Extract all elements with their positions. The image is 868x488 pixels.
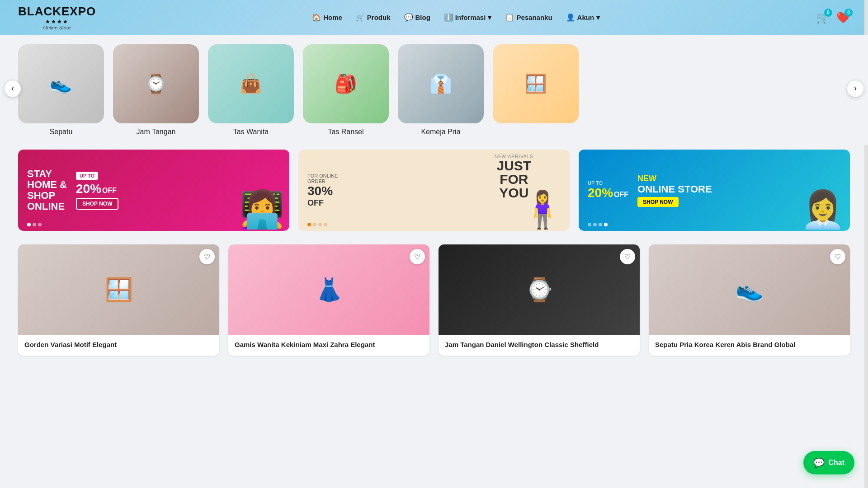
- cart-button[interactable]: 🛒 0: [816, 11, 830, 24]
- dot-b2: [313, 223, 316, 226]
- nav-blog[interactable]: 💬 Blog: [404, 13, 430, 22]
- banner-off: OFF: [102, 187, 117, 195]
- dot-b4: [324, 223, 327, 226]
- dot-2: [33, 223, 36, 226]
- nav-akun[interactable]: 👤 Akun ▾: [566, 13, 600, 22]
- product-card-watch[interactable]: ⌚ ♡ Jam Tangan Daniel Wellington Classic…: [439, 244, 640, 356]
- product-card-dress[interactable]: 👗 ♡ Gamis Wanita Kekiniam Maxi Zahra Ele…: [228, 244, 429, 356]
- product-img-dress: 👗: [228, 244, 429, 335]
- wishlist-heart-watch[interactable]: ♡: [620, 249, 635, 264]
- product-section: 🪟 ♡ Gorden Variasi Motif Elegant 👗 ♡ Gam…: [0, 240, 868, 374]
- logo-name: BLACKEXPO: [18, 5, 96, 19]
- category-item-tas-ransel[interactable]: 🎒 Tas Ransel: [303, 44, 389, 136]
- nav-pesananku[interactable]: 📋 Pesananku: [505, 13, 552, 22]
- category-section: ‹ 👟 Sepatu ⌚ Jam Tangan 👜 Tas Wanita 🎒 T…: [0, 35, 868, 145]
- banner-blue[interactable]: UP TO 20% OFF NEW ONLINE STORE SHOP NOW …: [579, 150, 850, 231]
- dot-bl3: [599, 223, 602, 226]
- product-card-shoes[interactable]: 👟 ♡ Sepatu Pria Korea Keren Abis Brand G…: [649, 244, 850, 356]
- banner-section: STAY HOME & SHOP ONLINE UP TO 20% OFF SH…: [0, 145, 868, 240]
- category-item-jam-tangan[interactable]: ⌚ Jam Tangan: [113, 44, 199, 136]
- product-title-shoes: Sepatu Pria Korea Keren Abis Brand Globa…: [655, 340, 844, 349]
- category-item-tas-wanita[interactable]: 👜 Tas Wanita: [208, 44, 294, 136]
- category-label-kemeja-pria: Kemeja Pria: [421, 128, 460, 136]
- category-item-kemeja-pria[interactable]: 👔 Kemeja Pria: [398, 44, 484, 136]
- banner-pink-text: STAY HOME & SHOP ONLINE: [27, 169, 67, 212]
- blog-icon: 💬: [404, 13, 413, 22]
- logo-sub: Online Store: [43, 25, 71, 30]
- pesananku-icon: 📋: [505, 13, 514, 22]
- banner-blue-off: OFF: [614, 191, 628, 199]
- nav-produk[interactable]: 🛒 Produk: [356, 13, 391, 22]
- banner-order: ORDER: [307, 178, 338, 184]
- category-img-tas-wanita: 👜: [208, 44, 294, 123]
- dot-bl2: [593, 223, 597, 226]
- logo: BLACKEXPO ★★★★ Online Store: [18, 5, 96, 30]
- category-img-jam-tangan: ⌚: [113, 44, 199, 123]
- product-img-curtain: 🪟: [18, 244, 219, 335]
- dot-b3: [318, 223, 322, 226]
- banner-pink-dots: [27, 223, 42, 226]
- dot-bl4: [604, 223, 608, 226]
- category-label-tas-ransel: Tas Ransel: [328, 128, 363, 136]
- header-actions: 🛒 0 ❤️ 0: [816, 11, 850, 24]
- banner-pink[interactable]: STAY HOME & SHOP ONLINE UP TO 20% OFF SH…: [18, 150, 289, 231]
- banner-blue-promo: UP TO 20% OFF: [588, 180, 628, 200]
- banner-cta[interactable]: SHOP NOW: [76, 198, 118, 210]
- banner-online-store: ONLINE STORE: [637, 183, 712, 195]
- product-card-curtain[interactable]: 🪟 ♡ Gorden Variasi Motif Elegant: [18, 244, 219, 356]
- category-carousel: 👟 Sepatu ⌚ Jam Tangan 👜 Tas Wanita 🎒 Tas…: [18, 44, 850, 136]
- banner-blue-dots: [588, 223, 608, 226]
- produk-icon: 🛒: [356, 13, 365, 22]
- akun-icon: 👤: [566, 13, 575, 22]
- banner-beige[interactable]: FOR ONLINE ORDER 30% OFF NEW ARRIVALS JU…: [298, 150, 570, 231]
- nav-home[interactable]: 🏠 Home: [312, 13, 342, 22]
- wishlist-badge: 0: [844, 9, 853, 17]
- banner-shop: SHOP: [27, 190, 67, 201]
- banner-person-beige: 🧍‍♀️: [520, 188, 565, 231]
- dot-1: [27, 223, 31, 226]
- product-title-watch: Jam Tangan Daniel Wellington Classic She…: [445, 340, 633, 349]
- banner-home: HOME &: [27, 179, 67, 190]
- dot-3: [38, 223, 42, 226]
- product-info-curtain: Gorden Variasi Motif Elegant: [18, 335, 219, 356]
- logo-stars: ★★★★: [45, 19, 69, 25]
- banner-person-pink: 👩‍💻: [240, 188, 285, 231]
- category-label-jam-tangan: Jam Tangan: [137, 128, 176, 136]
- banner-percent: 20%: [76, 182, 101, 196]
- product-info-dress: Gamis Wanita Kekiniam Maxi Zahra Elegant: [228, 335, 429, 356]
- wishlist-heart-curtain[interactable]: ♡: [199, 249, 215, 264]
- banner-pink-promo: UP TO 20% OFF SHOP NOW: [76, 171, 118, 210]
- nav-informasi[interactable]: ℹ️ Informasi ▾: [444, 13, 492, 22]
- banner-blue-store: NEW ONLINE STORE SHOP NOW: [637, 174, 712, 207]
- chevron-down-icon: ▾: [488, 14, 491, 22]
- banner-new-label: NEW: [637, 174, 712, 183]
- wishlist-heart-shoes[interactable]: ♡: [830, 249, 845, 264]
- carousel-next-button[interactable]: ›: [847, 80, 863, 97]
- banner-beige-off: OFF: [307, 198, 338, 208]
- banner-stay: STAY: [27, 169, 67, 179]
- home-icon: 🏠: [312, 13, 321, 22]
- dot-bl1: [588, 223, 591, 226]
- header: BLACKEXPO ★★★★ Online Store 🏠 Home 🛒 Pro…: [0, 0, 868, 35]
- category-item-sepatu[interactable]: 👟 Sepatu: [18, 44, 104, 136]
- product-info-watch: Jam Tangan Daniel Wellington Classic She…: [439, 335, 640, 356]
- category-img-partial: 🪟: [493, 44, 579, 123]
- category-img-tas-ransel: 🎒: [303, 44, 389, 123]
- wishlist-heart-dress[interactable]: ♡: [410, 249, 425, 264]
- category-label-sepatu: Sepatu: [50, 128, 73, 136]
- banner-blue-upto: UP TO: [588, 180, 628, 186]
- banner-online: ONLINE: [27, 201, 67, 212]
- banner-blue-cta[interactable]: SHOP NOW: [637, 197, 678, 207]
- banner-blue-percent: 20%: [588, 186, 613, 200]
- banner-beige-percent: 30%: [307, 184, 338, 198]
- product-img-shoes: 👟: [649, 244, 850, 335]
- informasi-icon: ℹ️: [444, 13, 453, 22]
- wishlist-button[interactable]: ❤️ 0: [836, 11, 850, 24]
- category-img-sepatu: 👟: [18, 44, 104, 123]
- dot-b1: [307, 223, 311, 226]
- cart-badge: 0: [824, 9, 832, 17]
- main-nav: 🏠 Home 🛒 Produk 💬 Blog ℹ️ Informasi ▾ 📋 …: [312, 13, 600, 22]
- category-img-kemeja-pria: 👔: [398, 44, 484, 123]
- carousel-prev-button[interactable]: ‹: [5, 80, 21, 97]
- category-item-partial[interactable]: 🪟: [493, 44, 579, 123]
